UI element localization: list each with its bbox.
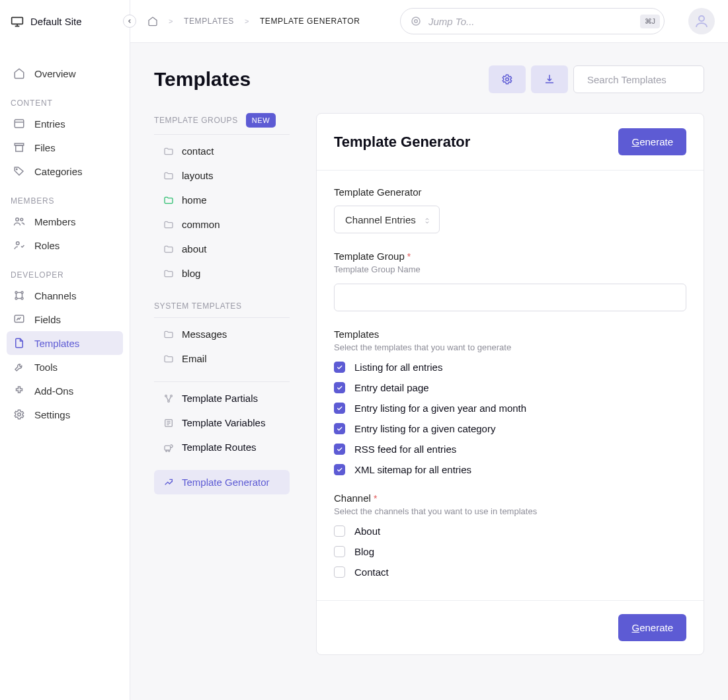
- template-group-item[interactable]: layouts: [154, 163, 290, 188]
- svg-point-16: [699, 16, 704, 21]
- settings-button[interactable]: [489, 65, 526, 93]
- template-extra-item[interactable]: Template Routes: [154, 435, 290, 459]
- folder-icon: [163, 244, 174, 254]
- monitor-icon: [11, 15, 24, 28]
- template-group-item[interactable]: home: [154, 188, 290, 212]
- checkbox[interactable]: [334, 362, 345, 373]
- checkbox-row[interactable]: Contact: [334, 566, 686, 578]
- generate-button-top[interactable]: Generate: [618, 128, 686, 155]
- checkbox-row[interactable]: Entry listing for a given year and month: [334, 403, 686, 414]
- sidebar-item-label: Tools: [34, 362, 58, 373]
- sidebar-item-templates[interactable]: Templates: [7, 331, 123, 355]
- search-templates[interactable]: [573, 65, 704, 93]
- sidebar-item-categories[interactable]: Categories: [7, 159, 123, 183]
- role-icon: [13, 239, 25, 251]
- generator-select[interactable]: Channel Entries: [334, 206, 440, 233]
- download-button[interactable]: [531, 65, 568, 93]
- template-generator-link[interactable]: Template Generator: [154, 470, 290, 494]
- extra-icon: [163, 393, 174, 404]
- template-group-item[interactable]: contact: [154, 139, 290, 163]
- checkbox-row[interactable]: Blog: [334, 546, 686, 557]
- site-name-label: Default Site: [30, 16, 82, 27]
- sidebar-item-fields[interactable]: Fields: [7, 307, 123, 331]
- template-group-input[interactable]: [334, 284, 686, 311]
- main: > TEMPLATES > TEMPLATE GENERATOR ⌘J Temp…: [130, 0, 728, 700]
- checkbox[interactable]: [334, 382, 345, 393]
- target-icon: [410, 15, 422, 27]
- checkbox-row[interactable]: About: [334, 525, 686, 537]
- svg-point-9: [21, 292, 23, 293]
- svg-point-19: [165, 395, 167, 397]
- sidebar-item-settings[interactable]: Settings: [7, 403, 123, 426]
- svg-point-21: [168, 400, 170, 402]
- checkbox-row[interactable]: XML sitemap for all entries: [334, 464, 686, 475]
- tools-icon: [13, 361, 25, 373]
- user-avatar[interactable]: [688, 8, 715, 34]
- sidebar-item-addons[interactable]: Add-Ons: [7, 379, 123, 403]
- svg-point-7: [17, 242, 20, 245]
- sidebar-item-label: Fields: [34, 314, 61, 325]
- checkbox[interactable]: [334, 423, 345, 434]
- svg-point-5: [16, 218, 19, 221]
- sidebar-item-channels[interactable]: Channels: [7, 284, 123, 307]
- checkbox-label: Contact: [354, 566, 389, 578]
- sidebar-item-members[interactable]: Members: [7, 210, 123, 233]
- template-group-name: common: [182, 219, 220, 230]
- checkbox-label: Entry listing for a given category: [354, 423, 495, 434]
- svg-point-15: [415, 20, 418, 23]
- field-label: Template Group*: [334, 251, 686, 262]
- checkbox[interactable]: [334, 464, 345, 475]
- sidebar-item-label: Channels: [34, 290, 76, 301]
- new-template-group-button[interactable]: NEW: [246, 113, 276, 128]
- template-group-item[interactable]: common: [154, 212, 290, 237]
- sidebar-item-overview[interactable]: Overview: [7, 61, 123, 85]
- system-template-item[interactable]: Messages: [154, 322, 290, 346]
- sidebar-item-files[interactable]: Files: [7, 136, 123, 159]
- jump-kbd: ⌘J: [640, 15, 661, 28]
- checkbox-row[interactable]: Entry listing for a given category: [334, 423, 686, 434]
- checkbox[interactable]: [334, 525, 345, 537]
- panel-title: Template Generator: [334, 134, 470, 151]
- system-templates-list: MessagesEmail: [154, 317, 290, 381]
- sidebar-item-label: Entries: [34, 118, 65, 130]
- template-extra-item[interactable]: Template Variables: [154, 410, 290, 435]
- folder-icon: [163, 268, 174, 279]
- checkbox-row[interactable]: Entry detail page: [334, 382, 686, 393]
- svg-point-6: [20, 218, 23, 221]
- checkbox[interactable]: [334, 444, 345, 455]
- users-icon: [13, 215, 25, 227]
- folder-icon: [163, 171, 174, 181]
- svg-point-14: [412, 17, 420, 25]
- site-selector[interactable]: Default Site: [11, 15, 82, 28]
- breadcrumb-home-icon[interactable]: [147, 16, 158, 26]
- archive-icon: [13, 141, 25, 153]
- page-actions: [489, 65, 704, 93]
- svg-point-17: [506, 78, 509, 81]
- collapse-sidebar-button[interactable]: [123, 15, 136, 28]
- svg-rect-3: [16, 145, 23, 151]
- breadcrumb-separator: >: [245, 17, 249, 25]
- sidebar-item-tools[interactable]: Tools: [7, 355, 123, 379]
- sidebar-item-entries[interactable]: Entries: [7, 112, 123, 136]
- field-hint: Select the templates that you want to ge…: [334, 342, 686, 352]
- generate-button-bottom[interactable]: Generate: [618, 614, 686, 641]
- checkbox[interactable]: [334, 546, 345, 557]
- checkbox[interactable]: [334, 566, 345, 578]
- generator-icon: [163, 477, 174, 488]
- template-group-item[interactable]: about: [154, 237, 290, 261]
- checkbox-row[interactable]: RSS feed for all entries: [334, 444, 686, 455]
- template-groups-heading: TEMPLATE GROUPS: [154, 116, 238, 125]
- search-input[interactable]: [587, 74, 713, 85]
- template-group-item[interactable]: blog: [154, 261, 290, 286]
- sidebar-item-roles[interactable]: Roles: [7, 233, 123, 257]
- system-template-item[interactable]: Email: [154, 346, 290, 371]
- jump-to[interactable]: ⌘J: [400, 8, 665, 34]
- system-template-name: Messages: [182, 329, 227, 340]
- checkbox-label: Entry listing for a given year and month: [354, 403, 526, 414]
- breadcrumb-current: TEMPLATE GENERATOR: [260, 17, 360, 26]
- template-extra-item[interactable]: Template Partials: [154, 386, 290, 410]
- checkbox-row[interactable]: Listing for all entries: [334, 362, 686, 373]
- jump-input[interactable]: [428, 16, 633, 27]
- breadcrumb-templates[interactable]: TEMPLATES: [184, 17, 234, 26]
- checkbox[interactable]: [334, 403, 345, 414]
